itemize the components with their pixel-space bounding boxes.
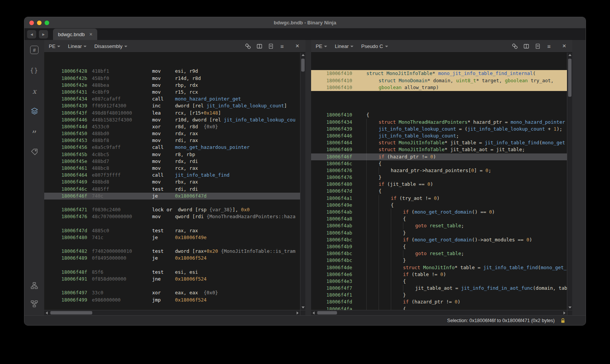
disassembly-row[interactable]: 18006f46c4885fftestrdi, rdi [44,186,300,193]
binary-view-menu[interactable]: PE [316,43,327,49]
pseudoc-row[interactable]: 18006f4fa{ [311,306,567,310]
tab-close-icon[interactable]: × [89,32,92,37]
layout-menu[interactable]: Linear [68,43,87,49]
lock-icon[interactable] [560,318,566,324]
split-view-icon[interactable] [256,43,263,49]
scrollbar-thumb[interactable] [317,311,337,315]
sidebar-item-cross-references[interactable]: # [30,45,39,54]
disassembly-row[interactable]: 18006f42b458bf0movr14d, r8d [44,75,300,82]
disassembly-row[interactable]: 18006f47d4885c0testrax, rax [44,227,300,234]
back-button[interactable]: ◀ [27,30,36,38]
pseudoc-row[interactable]: 18006f4abif (mono_get_root_domain() == 0… [311,209,567,216]
disassembly-row[interactable]: 18006f42e488beamovrbp, rdx [44,82,300,89]
pseudoc-row[interactable]: 18006f4bcgoto reset_table; [311,250,567,257]
sidebar-item-types[interactable]: {} [30,66,39,75]
disassembly-row[interactable]: 18006f480741cje0x18006f49e [44,234,300,241]
options-menu-icon[interactable]: ≡ [546,43,552,49]
scrollbar-thumb[interactable] [301,59,305,72]
zoom-window-button[interactable] [45,21,49,25]
close-window-button[interactable] [29,21,34,25]
scroll-up-arrow-icon[interactable] [568,54,571,56]
pseudoc-row-selected[interactable]: 18006f46fif (hazard_ptr != 0) [311,153,567,160]
pseudoc-row[interactable]: 18006f47d{ [311,188,567,195]
disassembly-row[interactable]: 18006f482f7402000000010testdword [rax+0x… [44,248,300,255]
disassembly-row[interactable]: 18006f4890f8495000000je0x18006f524 [44,255,300,262]
pseudoc-row[interactable]: 18006f410{ [311,112,567,118]
pseudoc-row[interactable]: 18006f4bc} [311,257,567,264]
disassembly-row[interactable]: 18006f446448b15832f4300movr10d, dword [r… [44,117,300,123]
vertical-scrollbar[interactable] [300,53,305,310]
disassembly-row[interactable]: 18006f49733c0xoreax, eax {0x0} [44,289,300,296]
signature-row[interactable]: 18006f410gboolean allow_tramp) [311,84,567,91]
pseudoc-row[interactable]: 18006f464struct MonoJitInfoTable* jit_ta… [311,139,567,146]
disassembly-row[interactable]: 18006f456e8a5c9faffcallmono_get_hazardou… [44,144,300,151]
disassembly-row[interactable]: 18006f4910f858d000000jne0x18006f524 [44,276,300,283]
pseudoc-row[interactable]: 18006f4b9{ [311,243,567,250]
disassembly-row[interactable]: 18006f469488bd8movrbx, rax [44,179,300,185]
report-icon[interactable] [267,43,274,49]
pseudoc-row[interactable]: 18006f4f7jit_table_aot = jit_info_find_i… [311,285,567,292]
pseudoc-row[interactable]: 18006f469struct MonoJitInfoTable* jit_ta… [311,146,567,153]
disassembly-row[interactable]: 18006f439ff05912f4300incdword [rel jit_i… [44,102,300,109]
horizontal-scrollbar[interactable] [311,310,567,315]
pseudoc-view[interactable]: 18006f410struct MonoJitInfoTable* mono_j… [311,53,567,310]
disassembly-row[interactable]: 18006f45b4c8bc5movr8, rbp [44,151,300,158]
sidebar-item-tags[interactable] [30,148,38,157]
disassembly-row[interactable]: 18006f45e488bd7movrdx, rdi [44,158,300,165]
pseudoc-row[interactable]: 18006f4abgoto reset_table; [311,222,567,229]
sidebar-item-mini-graph[interactable] [30,282,38,291]
layout-menu[interactable]: Linear [335,43,353,49]
scroll-left-arrow-icon[interactable] [313,311,315,315]
pseudoc-row[interactable]: 18006f4a8{ [311,216,567,222]
disassembly-row[interactable]: 18006f48f85f6testesi, esi [44,269,300,276]
pseudoc-row[interactable]: 18006f4destruct MonoJitInfo* table = jit… [311,264,567,271]
disassembly-view[interactable]: 18006f428418bf1movesi, r9d18006f42b458bf… [44,53,300,310]
disassembly-row[interactable]: 18006f434e887cafaffcallmono_hazard_point… [44,96,300,102]
scroll-down-arrow-icon[interactable] [568,307,571,308]
forward-button[interactable]: ▶ [39,30,48,38]
vertical-scrollbar[interactable] [567,53,572,310]
pseudoc-row[interactable]: 18006f434struct MonoThreadHazardPointers… [311,119,567,126]
minimize-window-button[interactable] [37,21,42,25]
view-mode-menu[interactable]: Disassembly [94,43,127,49]
disassembly-row[interactable]: 18006f450488bd0movrdx, rax [44,130,300,137]
tab-bdwgc[interactable]: bdwgc.bndb × [53,29,97,40]
disassembly-row[interactable]: 18006f464e807f3ffffcalljit_info_table_fi… [44,172,300,179]
pseudoc-row[interactable]: 18006f4bcif (mono_get_root_domain()->aot… [311,236,567,243]
disassembly-row[interactable]: 18006f44d4533c0xorr8d, r8d {0x0} [44,123,300,130]
scroll-right-arrow-icon[interactable] [563,311,565,315]
split-view-icon[interactable] [523,43,530,49]
scroll-down-arrow-icon[interactable] [302,307,305,308]
scroll-left-arrow-icon[interactable] [46,311,48,315]
options-menu-icon[interactable]: ≡ [279,43,286,49]
sidebar-item-variables[interactable]: x [32,86,36,96]
signature-row[interactable]: 18006f410struct MonoJitInfoTable* mono_j… [311,70,567,77]
disassembly-row[interactable]: 18006f43f498d8f48010000learcx, [r15+0x14… [44,110,300,117]
pseudoc-row[interactable]: 18006f4fdif (hazard_ptr != 0) [311,299,567,305]
disassembly-row-selected[interactable]: 18006f46f740cje0x18006f47d [44,193,300,200]
scrollbar-thumb[interactable] [50,311,92,315]
pseudoc-row[interactable]: 18006f439jit_info_table_lookup_count = (… [311,126,567,133]
scroll-up-arrow-icon[interactable] [302,54,305,56]
sidebar-item-stack[interactable] [30,107,39,116]
pseudoc-row[interactable]: 18006f446jit_info_table_lookup_count; [311,133,567,139]
close-pane-icon[interactable]: × [561,43,568,49]
disassembly-row[interactable]: 18006f47648c70700000000movqword [rdi {Mo… [44,213,300,220]
sidebar-item-outline[interactable] [30,300,38,309]
pane-divider[interactable] [305,40,311,315]
sync-link-icon[interactable] [511,43,518,49]
pseudoc-row[interactable]: 18006f476} [311,174,567,181]
disassembly-row[interactable]: 18006f471f0830c2400lock or dword [rsp {v… [44,206,300,213]
disassembly-row[interactable]: 18006f461488bc8movrcx, rax [44,165,300,172]
scroll-right-arrow-icon[interactable] [297,311,299,315]
pseudoc-row[interactable]: 18006f476hazard_ptr->hazard_pointers[0] … [311,167,567,174]
disassembly-row[interactable]: 18006f4314c8bf9movr15, rcx [44,89,300,96]
horizontal-scrollbar[interactable] [44,310,300,315]
sync-link-icon[interactable] [244,43,251,49]
disassembly-row[interactable]: 18006f428418bf1movesi, r9d [44,68,300,75]
scrollbar-thumb[interactable] [568,59,571,97]
close-pane-icon[interactable]: × [294,43,301,49]
sidebar-item-strings[interactable]: ” [32,128,37,137]
disassembly-row[interactable]: 18006f453488bf8movrdi, rax [44,137,300,144]
pseudoc-row[interactable]: 18006f4e3{ [311,278,567,285]
